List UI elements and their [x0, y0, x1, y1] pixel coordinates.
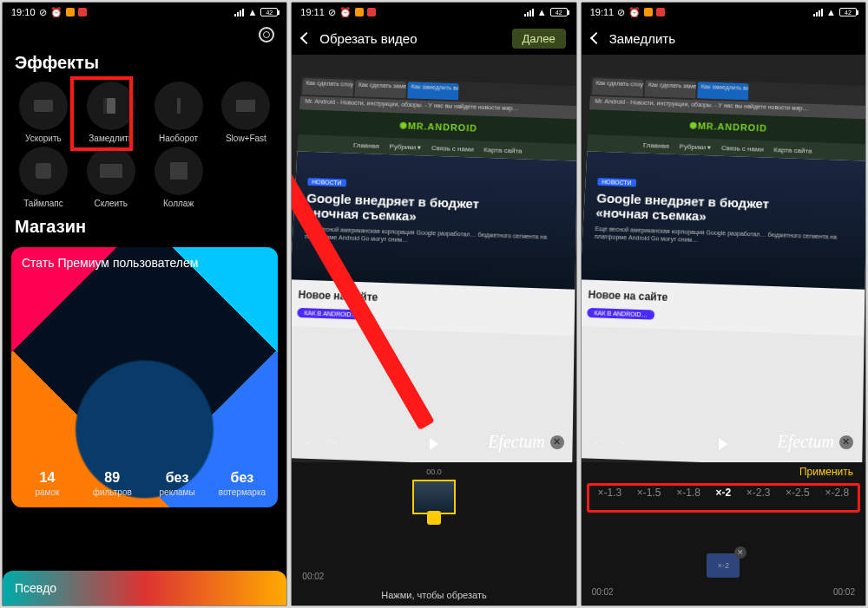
- app-icon: [656, 8, 665, 16]
- dnd-icon: ⊘: [39, 7, 47, 18]
- status-time: 19:10: [11, 7, 36, 17]
- timeline-segment[interactable]: ×-2: [707, 553, 740, 578]
- top-bar: [3, 22, 286, 48]
- alarm-icon: ⏰: [339, 7, 352, 18]
- nav-bar: Замедлить: [582, 22, 865, 55]
- premium-title: Стать Премиум пользователем: [11, 247, 278, 278]
- wifi-icon: ▲: [826, 7, 836, 17]
- close-icon[interactable]: ✕: [839, 435, 853, 449]
- signal-icon: [234, 9, 244, 16]
- status-bar: 19:11 ⊘ ⏰ ▲ 42: [582, 3, 865, 22]
- status-time: 19:11: [590, 7, 615, 17]
- edit-controls: ↶ ↷: [304, 436, 337, 450]
- screen-trim: 19:11 ⊘ ⏰ ▲ 42 Обрезать видео Далее Как …: [291, 2, 576, 606]
- video-frame-content: Как сделать слоумо на анд… Как сделать з…: [582, 76, 865, 462]
- fx-speedup[interactable]: Ускорить: [10, 82, 77, 143]
- fx-timelapse[interactable]: Таймлапс: [10, 147, 77, 208]
- speed-panel: Применить ×-1.3 ×-1.5 ×-1.8 ×-2 ×-2.3 ×-…: [582, 462, 865, 605]
- signal-icon: [813, 9, 823, 16]
- undo-icon[interactable]: ↶: [594, 436, 604, 450]
- back-icon[interactable]: [300, 32, 312, 44]
- timestamp-left: 00:02: [592, 587, 614, 597]
- status-bar: 19:10 ⊘ ⏰ ▲ 42: [3, 3, 286, 22]
- wifi-icon: ▲: [247, 7, 257, 17]
- pseudo-card[interactable]: Псевдо: [3, 571, 286, 605]
- back-icon[interactable]: [590, 32, 602, 44]
- battery-icon: 42: [550, 8, 568, 16]
- app-icon: [367, 8, 376, 16]
- screen-effects: 19:10 ⊘ ⏰ ▲ 42 Эффекты Ускорить Замедлит…: [2, 2, 287, 606]
- section-title-effects: Эффекты: [3, 48, 286, 78]
- redo-icon[interactable]: ↷: [326, 436, 337, 450]
- undo-icon[interactable]: ↶: [304, 436, 314, 450]
- trim-timeline[interactable]: 00.0 00:02 Нажми, чтобы обрезать: [292, 462, 575, 605]
- next-button[interactable]: Далее: [512, 29, 566, 49]
- effects-grid: Ускорить Замедлить Наоборот Slow+Fast Та…: [3, 78, 286, 212]
- play-button[interactable]: [430, 438, 438, 450]
- watermark[interactable]: Efectum✕: [777, 432, 853, 452]
- section-title-store: Магазин: [3, 212, 286, 242]
- highlight-box: [587, 483, 860, 513]
- dnd-icon: ⊘: [617, 7, 625, 18]
- apply-button[interactable]: Применить: [799, 466, 853, 478]
- settings-icon[interactable]: [259, 27, 274, 42]
- timestamp-top: 00.0: [292, 467, 575, 476]
- nav-title: Обрезать видео: [319, 31, 503, 46]
- fx-slowfast[interactable]: Slow+Fast: [212, 82, 279, 143]
- nav-bar: Обрезать видео Далее: [292, 22, 575, 55]
- edit-controls: ↶ ↷: [594, 436, 627, 450]
- timestamp-left: 00:02: [302, 572, 324, 581]
- nav-title: Замедлить: [609, 31, 855, 46]
- screen-slowdown: 19:11 ⊘ ⏰ ▲ 42 Замедлить Как сделать сло…: [581, 2, 866, 606]
- status-time: 19:11: [300, 7, 325, 17]
- status-bar: 19:11 ⊘ ⏰ ▲ 42: [292, 3, 575, 22]
- wifi-icon: ▲: [537, 7, 547, 17]
- dnd-icon: ⊘: [328, 7, 336, 18]
- trim-hint: Нажми, чтобы обрезать: [292, 590, 575, 600]
- battery-icon: 42: [260, 8, 278, 16]
- app-icon: [66, 8, 75, 16]
- battery-icon: 42: [839, 8, 857, 16]
- app-icon: [355, 8, 364, 16]
- timeline-thumb[interactable]: [412, 480, 456, 514]
- video-preview[interactable]: Как сделать слоумо на анд… Как сделать з…: [582, 55, 865, 462]
- watermark[interactable]: Efectum✕: [488, 432, 564, 452]
- alarm-icon: ⏰: [628, 7, 641, 18]
- app-icon: [644, 8, 653, 16]
- fx-reverse[interactable]: Наоборот: [145, 82, 213, 143]
- premium-stats: 14рамок 89фильтров безрекламы безвотерма…: [11, 463, 278, 507]
- close-icon[interactable]: ✕: [550, 435, 564, 449]
- alarm-icon: ⏰: [50, 7, 62, 18]
- timestamp-right: 00:02: [833, 587, 855, 597]
- highlight-box: [70, 76, 133, 151]
- fx-merge[interactable]: Склеить: [77, 147, 145, 208]
- signal-icon: [524, 9, 534, 16]
- premium-card[interactable]: Стать Премиум пользователем 14рамок 89фи…: [11, 247, 278, 507]
- app-icon: [78, 8, 87, 16]
- play-button[interactable]: [719, 438, 727, 450]
- fx-collage[interactable]: Коллаж: [145, 147, 213, 208]
- redo-icon[interactable]: ↷: [616, 436, 627, 450]
